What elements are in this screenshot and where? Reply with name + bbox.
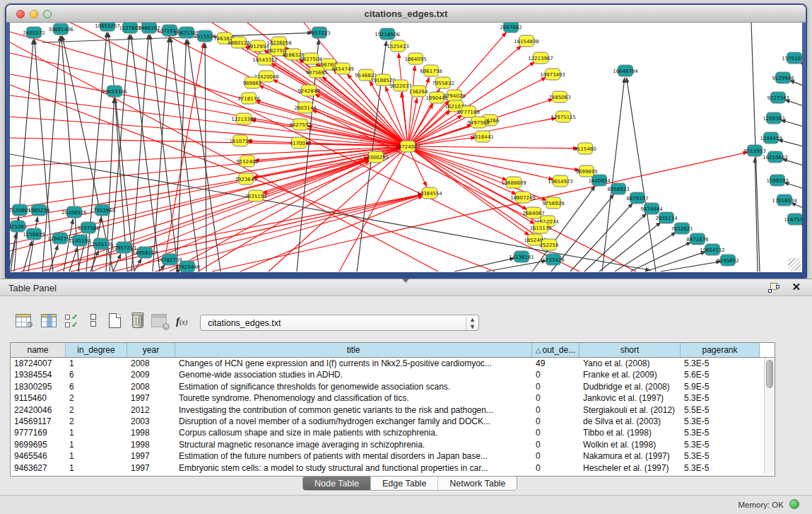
- graph-node[interactable]: 9115460: [574, 143, 596, 154]
- graph-node[interactable]: 20206526: [61, 206, 87, 218]
- graph-edge[interactable]: [789, 81, 802, 88]
- function-builder-icon[interactable]: f(x): [176, 312, 194, 332]
- graph-node[interactable]: 9129946: [772, 72, 794, 83]
- graph-node[interactable]: 1209383: [763, 112, 784, 124]
- graph-node[interactable]: 9242844: [298, 85, 320, 96]
- graph-node[interactable]: 1864095: [404, 53, 426, 64]
- graph-node[interactable]: 19218506: [375, 28, 400, 40]
- column-header-name[interactable]: name: [11, 343, 66, 357]
- graph-node[interactable]: 2803144: [294, 102, 317, 113]
- graph-edge[interactable]: [791, 203, 802, 210]
- graph-node[interactable]: 9756928: [542, 197, 564, 209]
- graph-edge[interactable]: [159, 264, 165, 271]
- graph-node[interactable]: 19654923: [548, 175, 573, 187]
- clear-selection-icon[interactable]: [86, 312, 105, 332]
- graph-node[interactable]: 16210643: [763, 151, 788, 163]
- tab-node-table[interactable]: Node Table: [303, 477, 371, 490]
- graph-node[interactable]: 7923649: [235, 173, 257, 185]
- graph-node[interactable]: 2687682: [500, 23, 522, 33]
- column-header-short[interactable]: short: [579, 343, 681, 357]
- graph-node[interactable]: 925061: [10, 221, 27, 232]
- graph-node[interactable]: 6961758: [420, 65, 442, 76]
- graph-node[interactable]: 16648784: [613, 65, 638, 76]
- graph-edge[interactable]: [630, 242, 691, 271]
- window-titlebar[interactable]: citations_edges.txt: [6, 5, 806, 23]
- graph-edge[interactable]: [150, 35, 178, 271]
- table-row[interactable]: 946362711997Embryonic stem cells: a mode…: [11, 462, 775, 474]
- table-row[interactable]: 977716911998Corpus callosum shape and si…: [11, 427, 775, 438]
- table-scrollbar[interactable]: [764, 358, 775, 474]
- graph-edge[interactable]: [86, 33, 107, 271]
- table-row[interactable]: 911546021997Tourette syndrome. Phenomeno…: [11, 392, 775, 404]
- graph-node[interactable]: 7632621: [671, 223, 693, 234]
- splitter-handle[interactable]: [402, 279, 409, 283]
- graph-edge[interactable]: [10, 32, 408, 146]
- column-header-out_de[interactable]: △out_de...: [532, 343, 579, 357]
- graph-edge[interactable]: [784, 182, 802, 190]
- column-header-year[interactable]: year: [127, 343, 175, 357]
- graph-node[interactable]: 7955812: [432, 77, 454, 88]
- show-columns-icon[interactable]: [41, 312, 59, 332]
- delete-icon[interactable]: [130, 312, 148, 332]
- graph-node[interactable]: 9474444: [640, 203, 663, 214]
- graph-edge[interactable]: [408, 146, 578, 148]
- graph-node[interactable]: 6958923: [607, 183, 629, 194]
- graph-node[interactable]: 1167533: [784, 214, 802, 225]
- table-row[interactable]: 946554611997Estimation of the future num…: [11, 450, 775, 462]
- graph-node[interactable]: 1325413: [387, 40, 408, 52]
- graph-node[interactable]: 2935114: [655, 212, 678, 223]
- graph-node[interactable]: 1733426: [542, 254, 565, 265]
- table-row[interactable]: 2242004622012Investigating the contribut…: [11, 404, 775, 416]
- graph-node[interactable]: 989861: [243, 77, 262, 88]
- graph-node[interactable]: 252254: [540, 239, 559, 250]
- tab-network-table[interactable]: Network Table: [438, 477, 517, 490]
- tab-edge-table[interactable]: Edge Table: [371, 477, 438, 490]
- graph-node[interactable]: 1244419: [760, 132, 782, 144]
- graph-edge[interactable]: [21, 194, 423, 271]
- graph-edge[interactable]: [205, 43, 206, 271]
- graph-node[interactable]: 30691406: [48, 23, 73, 35]
- graph-node[interactable]: 10654112: [700, 244, 725, 255]
- graph-edge[interactable]: [108, 33, 134, 271]
- scrollbar-thumb[interactable]: [766, 360, 773, 388]
- graph-edge[interactable]: [785, 100, 802, 107]
- table-row[interactable]: 1872400712008Changes of HCN gene express…: [11, 358, 775, 369]
- resize-grip-icon[interactable]: [788, 258, 801, 271]
- graph-node[interactable]: 2718176: [237, 93, 260, 104]
- graph-edge[interactable]: [69, 247, 78, 271]
- graph-edge[interactable]: [454, 258, 514, 271]
- graph-node[interactable]: 12975115: [551, 111, 576, 122]
- graph-node[interactable]: 10653257: [95, 23, 120, 31]
- float-panel-icon[interactable]: [768, 283, 779, 293]
- graph-edge[interactable]: [408, 146, 579, 170]
- column-header-title[interactable]: title: [175, 343, 532, 357]
- table-selector-dropdown[interactable]: citations_edges.txt ▲▼: [200, 315, 479, 331]
- graph-node[interactable]: 16154838: [514, 35, 539, 47]
- graph-node[interactable]: 17353964: [90, 204, 115, 216]
- graph-node[interactable]: 1599293: [766, 175, 788, 186]
- table-row[interactable]: 1938455462009Genome-wide association stu…: [11, 369, 775, 380]
- graph-node[interactable]: 15751074: [782, 52, 802, 64]
- graph-edge[interactable]: [661, 262, 721, 271]
- graph-node[interactable]: 2316441: [471, 131, 493, 142]
- graph-node[interactable]: 7485063: [548, 91, 570, 103]
- new-file-icon[interactable]: [107, 312, 126, 332]
- graph-node[interactable]: 12213967: [528, 52, 553, 64]
- graph-node[interactable]: 14136141: [509, 251, 534, 262]
- column-header-in_degree[interactable]: in_degree: [66, 343, 127, 357]
- graph-edge[interactable]: [602, 78, 625, 271]
- graph-edge[interactable]: [10, 146, 408, 209]
- graph-edge[interactable]: [170, 160, 370, 271]
- table-row[interactable]: 969969511998Structural magnetic resonanc…: [11, 439, 775, 450]
- table-row[interactable]: 1830029562008Estimation of significance …: [11, 381, 775, 392]
- graph-edge[interactable]: [626, 78, 656, 271]
- graph-node[interactable]: 1156829: [23, 228, 45, 240]
- graph-node[interactable]: 9227343: [767, 92, 789, 103]
- select-all-icon[interactable]: ✓ ✓: [65, 312, 83, 332]
- table-options-icon[interactable]: ⚙: [16, 312, 34, 332]
- graph-edge[interactable]: [782, 159, 802, 167]
- graph-node[interactable]: 417004: [290, 137, 309, 148]
- graph-node[interactable]: 9245652: [717, 255, 739, 266]
- memory-ok-icon[interactable]: [789, 499, 799, 509]
- table-row[interactable]: 1456911722003Disruption of a novel membe…: [11, 416, 775, 427]
